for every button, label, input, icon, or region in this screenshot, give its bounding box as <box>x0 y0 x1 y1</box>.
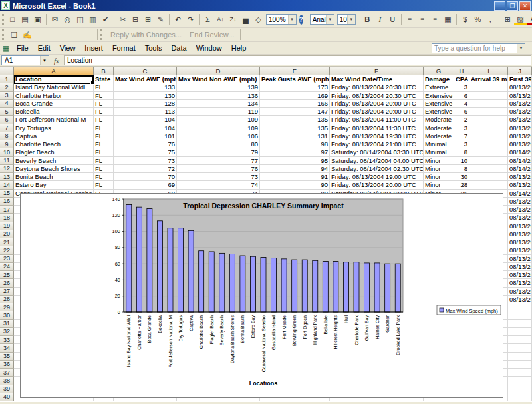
cell-C10[interactable]: 75 <box>114 148 177 156</box>
menu-help[interactable]: Help <box>227 43 251 53</box>
cell-D10[interactable]: 79 <box>177 148 260 156</box>
cell-E11[interactable]: 95 <box>260 157 330 165</box>
cell-J15[interactable]: 08/14/20 <box>508 190 532 198</box>
sort-ascending-icon[interactable]: A↓ <box>214 14 227 25</box>
email-icon[interactable]: ✉ <box>49 14 61 25</box>
cell-I10[interactable] <box>469 148 508 156</box>
column-header-C[interactable]: C <box>114 67 177 75</box>
align-right-icon[interactable]: ≡ <box>429 14 442 25</box>
cell-B7[interactable]: FL <box>94 124 114 132</box>
cell-F4[interactable]: Friday: 08/13/2004 20:00 UTC <box>330 100 424 108</box>
cell-C5[interactable]: 113 <box>114 108 177 116</box>
row-header-36[interactable]: 36 <box>0 361 14 369</box>
menu-view[interactable]: View <box>55 43 80 53</box>
cell-J39[interactable] <box>508 385 532 393</box>
cell-E1[interactable]: Peak Gusts AWE (mph) <box>260 75 330 83</box>
cell-J32[interactable] <box>508 328 532 336</box>
align-left-icon[interactable]: ≡ <box>404 14 416 25</box>
row-header-16[interactable]: 16 <box>0 198 14 206</box>
row-header-8[interactable]: 8 <box>0 132 14 140</box>
row-header-22[interactable]: 22 <box>0 246 14 254</box>
cell-H5[interactable]: 6 <box>454 108 469 116</box>
cell-C2[interactable]: 133 <box>114 83 177 91</box>
cell-B3[interactable]: FL <box>94 92 114 100</box>
ask-question-box[interactable]: ▾ <box>432 43 525 53</box>
row-header-7[interactable]: 7 <box>0 124 14 132</box>
cell-J31[interactable] <box>508 320 532 328</box>
cell-F1[interactable]: Max Wind Date/Time <box>330 75 424 83</box>
cell-I11[interactable] <box>469 157 508 165</box>
row-header-30[interactable]: 30 <box>0 311 14 319</box>
cell-B12[interactable]: FL <box>94 165 114 173</box>
cut-icon[interactable]: ✂ <box>116 14 129 25</box>
chevron-down-icon[interactable]: ▾ <box>326 15 334 24</box>
cell-I14[interactable] <box>469 181 508 189</box>
cell-A6[interactable]: Fort Jefferson National M <box>14 116 94 124</box>
cell-J23[interactable]: 08/13/20 <box>508 255 532 263</box>
cell-F9[interactable]: Friday: 08/13/2004 21:00 UTC <box>330 140 424 148</box>
menu-tools[interactable]: Tools <box>140 43 167 53</box>
cell-E13[interactable]: 91 <box>260 173 330 181</box>
cell-C11[interactable]: 73 <box>114 157 177 165</box>
cell-C12[interactable]: 72 <box>114 165 177 173</box>
spelling-icon[interactable]: ✔ <box>99 14 112 25</box>
excel-app-icon[interactable]: X <box>1 1 10 10</box>
cell-E14[interactable]: 90 <box>260 181 330 189</box>
cell-H1[interactable]: CPA <box>454 75 469 83</box>
cell-D2[interactable]: 139 <box>177 83 260 91</box>
cell-J27[interactable]: 08/13/20 <box>508 288 532 296</box>
zoom-select[interactable]: 100% ▾ <box>266 14 297 25</box>
cell-D13[interactable]: 73 <box>177 173 260 181</box>
row-header-10[interactable]: 10 <box>0 148 14 156</box>
menu-format[interactable]: Format <box>108 43 140 53</box>
cell-J28[interactable]: 08/13/20 <box>508 296 532 303</box>
cell-I6[interactable] <box>469 116 508 124</box>
cell-J2[interactable]: 08/13/20 <box>508 83 532 91</box>
cell-A9[interactable]: Charlotte Beach <box>14 140 94 148</box>
italic-button[interactable]: I <box>374 14 386 25</box>
cell-G12[interactable]: Minor <box>424 165 454 173</box>
cell-C13[interactable]: 70 <box>114 173 177 181</box>
cell-D7[interactable]: 109 <box>177 124 260 132</box>
bold-button[interactable]: B <box>361 14 374 25</box>
cell-E7[interactable]: 135 <box>260 124 330 132</box>
cell-G8[interactable]: Moderate <box>424 132 454 140</box>
cell-I1[interactable]: Arrival 39 mph <box>469 75 508 83</box>
row-header-1[interactable]: 1 <box>0 75 14 83</box>
cell-H13[interactable]: 30 <box>454 173 469 181</box>
row-header-23[interactable]: 23 <box>0 255 14 263</box>
column-header-D[interactable]: D <box>177 67 260 75</box>
cell-J19[interactable]: 08/13/20 <box>508 222 532 230</box>
cell-C7[interactable]: 104 <box>114 124 177 132</box>
column-header-J[interactable]: J <box>508 67 532 75</box>
cell-I12[interactable] <box>469 165 508 173</box>
new-comment-icon[interactable]: ❑ <box>8 29 21 41</box>
menu-insert[interactable]: Insert <box>80 43 108 53</box>
cell-F12[interactable]: Saturday: 08/14/2004 02:30 UTC <box>330 165 424 173</box>
cell-J10[interactable]: 08/14/20 <box>508 148 532 156</box>
toolbar-drag-handle[interactable] <box>100 29 104 40</box>
cell-F7[interactable]: Friday: 08/13/2004 11:30 UTC <box>330 124 424 132</box>
ask-question-input[interactable] <box>432 45 515 52</box>
cell-D1[interactable]: Max Wind Non AWE (mph) <box>177 75 260 83</box>
drawing-icon[interactable]: ◇ <box>252 14 265 25</box>
cell-I7[interactable] <box>469 124 508 132</box>
cell-D4[interactable]: 134 <box>177 100 260 108</box>
menu-window[interactable]: Window <box>192 43 227 53</box>
row-header-3[interactable]: 3 <box>0 92 14 100</box>
cell-H10[interactable]: 8 <box>454 148 469 156</box>
cell-I4[interactable] <box>469 100 508 108</box>
cell-C14[interactable]: 69 <box>114 181 177 189</box>
font-name-select[interactable]: Arial ▾ <box>310 14 334 25</box>
cell-D11[interactable]: 77 <box>177 157 260 165</box>
cell-J16[interactable]: 08/13/20 <box>508 198 532 206</box>
chevron-down-icon[interactable]: ▾ <box>347 15 355 24</box>
cell-E2[interactable]: 173 <box>260 83 330 91</box>
column-header-F[interactable]: F <box>330 67 424 75</box>
cell-D3[interactable]: 136 <box>177 92 260 100</box>
column-header-H[interactable]: H <box>454 67 469 75</box>
row-header-6[interactable]: 6 <box>0 116 14 124</box>
cell-B10[interactable]: FL <box>94 148 114 156</box>
cell-J8[interactable]: 08/13/20 <box>508 132 532 140</box>
row-header-35[interactable]: 35 <box>0 353 14 361</box>
